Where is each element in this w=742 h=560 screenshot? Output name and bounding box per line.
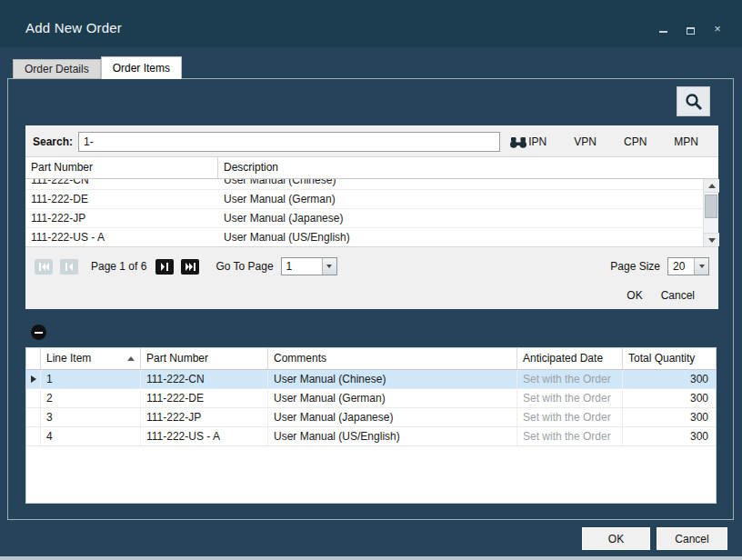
table-row[interactable]: 4 111-222-US - A User Manual (US/English… (26, 427, 716, 446)
search-results-grid: Part Number Description 111-222-CN User … (25, 156, 718, 247)
cell-anticipated-date: Set with the Order (517, 408, 623, 426)
maximize-button[interactable] (684, 24, 697, 35)
window-title: Add New Order (25, 20, 122, 35)
cell-comments: User Manual (Chinese) (268, 370, 517, 388)
search-label: Search: (33, 135, 73, 148)
scrollbar-thumb[interactable] (705, 195, 717, 218)
row-arrow-icon (31, 375, 36, 383)
table-row[interactable]: 1 111-222-CN User Manual (Chinese) Set w… (26, 370, 716, 389)
order-grid-header-row: Line Item Part Number Comments Anticipat… (26, 348, 716, 370)
results-cell-part-number: 111-222-JP (25, 209, 218, 227)
results-cell-part-number: 111-222-US - A (25, 228, 218, 246)
filter-mpn-button[interactable]: MPN (674, 135, 698, 148)
ok-button[interactable]: OK (582, 527, 650, 550)
remove-line-item-button[interactable] (31, 325, 46, 340)
results-cell-description: User Manual (Chinese) (218, 179, 703, 189)
results-vertical-scrollbar[interactable] (703, 179, 718, 246)
column-header-part-number[interactable]: Part Number (141, 348, 268, 369)
page-indicator: Page 1 of 6 (91, 260, 146, 273)
search-row: Search: IPN VPN CPN MPN (25, 129, 718, 155)
advanced-search-button[interactable] (509, 135, 529, 149)
cell-part-number: 111-222-CN (141, 370, 268, 388)
window-controls: × (657, 24, 724, 35)
table-row[interactable]: 3 111-222-JP User Manual (Japanese) Set … (26, 408, 716, 427)
go-to-page-dropdown-button[interactable] (322, 258, 336, 275)
cancel-button[interactable]: Cancel (657, 527, 727, 550)
part-search-panel: Search: IPN VPN CPN MPN Part (25, 125, 718, 309)
search-ok-button[interactable]: OK (627, 289, 642, 302)
results-cell-part-number: 111-222-DE (25, 190, 218, 208)
window-bottom-edge (0, 556, 742, 560)
go-to-page-value: 1 (282, 258, 322, 275)
filter-cpn-button[interactable]: CPN (624, 135, 647, 148)
minus-icon (35, 332, 43, 334)
row-indicator (26, 427, 41, 445)
cell-line-item: 3 (41, 408, 141, 426)
close-button[interactable]: × (711, 24, 724, 35)
row-indicator-header (26, 348, 41, 369)
page-size-select[interactable]: 20 (667, 257, 709, 275)
results-cell-description: User Manual (US/English) (218, 228, 703, 246)
tab-order-details-label: Order Details (25, 63, 89, 75)
scroll-up-icon (708, 184, 716, 188)
minimize-icon (659, 31, 667, 33)
go-last-page-button[interactable] (181, 259, 199, 275)
cell-part-number: 111-222-JP (141, 408, 268, 426)
search-input[interactable] (78, 132, 499, 152)
current-row-indicator (26, 370, 41, 388)
column-header-comments[interactable]: Comments (268, 348, 517, 369)
results-rows: 111-222-CN User Manual (Chinese) 111-222… (25, 179, 703, 246)
close-icon: × (714, 24, 721, 35)
results-pager: Page 1 of 6 Go To Page 1 Page Size 20 (25, 255, 718, 278)
row-indicator (26, 408, 41, 426)
table-row[interactable]: 111-222-CN User Manual (Chinese) (25, 179, 703, 190)
cell-comments: User Manual (US/English) (268, 427, 517, 445)
column-header-anticipated-date[interactable]: Anticipated Date (517, 348, 623, 369)
results-cell-part-number: 111-222-CN (25, 179, 218, 189)
page-size-value: 20 (668, 258, 694, 275)
table-row[interactable]: 111-222-JP User Manual (Japanese) (25, 209, 703, 228)
scroll-up-button[interactable] (704, 179, 719, 193)
table-row[interactable]: 111-222-DE User Manual (German) (25, 190, 703, 209)
tab-strip: Order Details Order Items (13, 56, 182, 79)
go-next-page-button[interactable] (155, 259, 174, 275)
column-header-line-item-label: Line Item (46, 348, 91, 369)
next-page-icon (161, 263, 168, 271)
last-page-icon (186, 263, 196, 271)
table-row[interactable]: 2 111-222-DE User Manual (German) Set wi… (26, 389, 716, 408)
titlebar[interactable]: Add New Order × (0, 0, 742, 47)
page-size-dropdown-button[interactable] (694, 258, 708, 275)
cell-comments: User Manual (German) (268, 389, 517, 407)
go-first-page-button[interactable] (35, 259, 53, 275)
cell-total-quantity: 300 (623, 370, 716, 388)
tab-order-items[interactable]: Order Items (101, 56, 182, 79)
search-cancel-button[interactable]: Cancel (661, 289, 695, 302)
search-toggle-button[interactable] (677, 86, 710, 116)
cell-comments: User Manual (Japanese) (268, 408, 517, 426)
binoculars-icon (509, 135, 527, 149)
filter-ipn-button[interactable]: IPN (528, 135, 546, 148)
column-header-total-quantity[interactable]: Total Quantity (623, 348, 716, 369)
add-new-order-dialog: Add New Order × Order Details Order Item… (0, 0, 742, 560)
go-to-page-label: Go To Page (216, 260, 273, 273)
results-header-description[interactable]: Description (218, 157, 703, 178)
filter-vpn-button[interactable]: VPN (574, 135, 597, 148)
results-cell-description: User Manual (Japanese) (218, 209, 703, 227)
cell-part-number: 111-222-DE (141, 389, 268, 407)
cell-total-quantity: 300 (623, 408, 716, 426)
cell-line-item: 1 (41, 370, 141, 388)
tab-order-details[interactable]: Order Details (13, 59, 101, 79)
minimize-button[interactable] (657, 24, 669, 35)
chevron-down-icon (699, 265, 705, 268)
go-to-page-select[interactable]: 1 (281, 257, 337, 275)
column-header-line-item[interactable]: Line Item (41, 348, 141, 369)
search-panel-actions: OK Cancel (627, 289, 695, 302)
scroll-down-icon (708, 238, 716, 243)
table-row[interactable]: 111-222-US - A User Manual (US/English) (25, 228, 703, 246)
go-previous-page-button[interactable] (60, 259, 78, 275)
cell-part-number: 111-222-US - A (141, 427, 268, 445)
results-header-part-number[interactable]: Part Number (25, 157, 218, 178)
scroll-down-button[interactable] (704, 233, 719, 246)
cell-total-quantity: 300 (623, 389, 716, 407)
previous-page-icon (65, 263, 73, 271)
